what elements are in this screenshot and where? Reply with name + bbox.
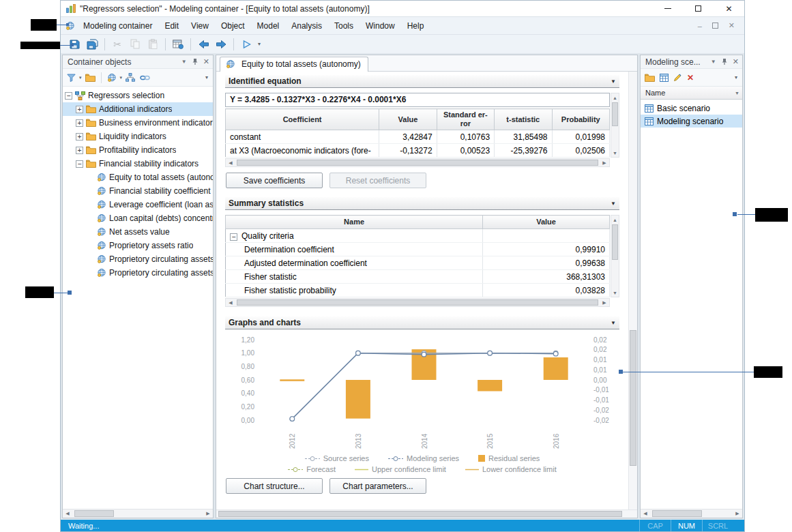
tree-item-financial-stability-indicators[interactable]: −Financial stability indicators [63,157,213,171]
scroll-up-button[interactable]: ▲ [611,216,619,224]
delete-scenario-button[interactable]: ✕ [686,70,695,85]
close-panel-icon[interactable]: ✕ [203,57,209,66]
scrollbar-thumb[interactable] [74,510,114,517]
pin-icon[interactable] [721,58,728,65]
collapse-section-icon[interactable]: ▼ [611,201,616,207]
create-folder-button[interactable] [84,70,97,85]
equation-vertical-scrollbar[interactable]: ▲ ▼ [611,93,619,158]
save-button[interactable] [66,36,83,53]
create-model-button[interactable] [106,70,118,85]
scroll-down-button[interactable]: ▼ [611,149,619,157]
filter-button[interactable] [65,70,77,85]
mdi-restore-button[interactable] [712,23,718,29]
column-header-standard-er-ror[interactable]: Standard er- ror [437,109,494,130]
menu-window[interactable]: Window [360,18,401,33]
tree-item-profitability-indicators[interactable]: +Profitability indicators [63,143,213,157]
tree-item-liquidity-indicators[interactable]: +Liquidity indicators [63,130,213,143]
scroll-left-button[interactable]: ◀ [226,299,235,306]
equation-display[interactable]: Y = 3.4285 - 0.1327*X3 - 0.2276*X4 - 0.0… [225,93,610,107]
coefficient-row[interactable]: constant3,428470,1076331,854980,01998 [226,130,610,144]
column-header-probability[interactable]: Probability [552,109,609,130]
scrollbar-thumb[interactable] [612,102,618,126]
scroll-left-button[interactable]: ◀ [63,509,72,518]
menu-model[interactable]: Model [251,18,286,33]
menu-tools[interactable]: Tools [328,18,360,33]
chart-structure-button[interactable]: Chart structure... [226,478,323,494]
tab-equity-to-total-assets[interactable]: Equity to total assets (autonomy) [220,57,368,72]
summary-vertical-scrollbar[interactable]: ▲ ▼ [611,215,619,297]
scroll-left-button[interactable]: ◀ [641,509,650,518]
graphs-and-charts-header[interactable]: Graphs and charts ▼ [225,316,619,329]
scroll-left-button[interactable]: ◀ [226,159,235,166]
back-button[interactable] [195,36,211,53]
scrollbar-thumb[interactable] [630,330,636,466]
scroll-right-button[interactable]: ▶ [600,159,609,166]
menu-modeling-container[interactable]: Modeling container [77,18,158,33]
column-dropdown-icon[interactable]: ▼ [735,91,739,95]
reset-coefficients-button[interactable]: Reset coefficients [329,173,426,188]
scroll-down-button[interactable]: ▼ [611,289,619,297]
tree-item-equity-to-total-assets-autono[interactable]: Equity to total assets (autono [63,171,213,184]
tree-item-proprietory-circulating-assets[interactable]: Proprietory circulating assets [63,266,213,280]
collapse-section-icon[interactable]: ▼ [611,320,616,326]
edit-scenario-button[interactable] [672,70,684,85]
toolbar-overflow-icon[interactable]: ▾ [205,74,210,80]
menu-object[interactable]: Object [215,18,251,33]
collapse-icon[interactable]: − [76,160,83,168]
create-model-dropdown-icon[interactable]: ▾ [120,75,123,80]
forward-button[interactable] [213,36,229,53]
scroll-right-button[interactable]: ▶ [733,509,742,518]
column-header-value[interactable]: Value [379,109,437,130]
mdi-minimize-button[interactable]: – [698,22,702,30]
scenario-item-basic-scenario[interactable]: Basic scenario [641,102,742,115]
scrollbar-thumb[interactable] [612,224,618,260]
expand-icon[interactable]: + [76,106,83,113]
summary-row[interactable]: Determination coefficient0,99910 [226,243,610,256]
scrollbar-thumb[interactable] [652,510,702,517]
tree-item-leverage-coefficient-loan-ass[interactable]: Leverage coefficient (loan ass [63,198,213,211]
run-dropdown[interactable]: ▾ [256,41,263,47]
scroll-right-button[interactable]: ▶ [600,299,609,306]
expand-icon[interactable]: + [76,133,83,141]
tree-item-proprietory-assets-ratio[interactable]: Proprietory assets ratio [63,239,213,252]
summary-row[interactable]: Fisher statistic368,31303 [226,270,610,284]
run-button[interactable] [238,36,254,53]
summary-group-row[interactable]: −Quality criteria [226,229,610,243]
main-horizontal-scrollbar[interactable] [216,509,637,518]
panel-menu-icon[interactable]: ▼ [711,59,716,65]
summary-column-value[interactable]: Value [483,216,610,229]
collapse-icon[interactable]: − [230,233,237,241]
left-panel-scrollbar[interactable]: ◀ ▶ [63,509,213,518]
menu-help[interactable]: Help [401,18,430,33]
cut-button[interactable]: ✂ [109,36,126,53]
expand-icon[interactable]: + [76,147,83,154]
scrollbar-thumb[interactable] [218,511,622,517]
main-vertical-scrollbar[interactable] [628,72,637,509]
toolbar-overflow-icon[interactable]: ▾ [735,74,739,80]
scenario-folder-button[interactable] [643,70,656,85]
save-all-button[interactable] [84,36,100,53]
collapse-icon[interactable]: − [65,92,72,100]
filter-dropdown-icon[interactable]: ▾ [79,75,82,80]
summary-horizontal-scrollbar[interactable]: ◀ ▶ [225,298,610,307]
summary-statistics-header[interactable]: Summary statistics ▼ [225,197,619,210]
scrollbar-thumb[interactable] [237,160,598,166]
link-button[interactable] [138,70,151,85]
tree-item-loan-capital-debts-concentr[interactable]: Loan capital (debts) concentr [63,211,213,225]
close-panel-icon[interactable]: ✕ [733,57,739,66]
paste-button[interactable] [145,36,161,53]
tree-item-financial-stability-coefficient[interactable]: Financial stability coefficient [63,184,213,198]
tree-item-net-assets-value[interactable]: Net assets value [63,225,213,239]
chart-parameters-button[interactable]: Chart parameters... [329,478,426,494]
save-coefficients-button[interactable]: Save coefficients [226,173,323,188]
menu-edit[interactable]: Edit [158,18,185,33]
metamodel-button[interactable] [124,70,136,85]
column-header-t-statistic[interactable]: t-statistic [495,109,552,130]
tree-item-business-environment-indicators[interactable]: +Business environment indicators [63,116,213,130]
equation-horizontal-scrollbar[interactable]: ◀ ▶ [225,158,610,167]
mdi-close-button[interactable]: ✕ [729,21,735,30]
scroll-up-button[interactable]: ▲ [611,93,619,102]
menu-view[interactable]: View [185,18,215,33]
identified-equation-header[interactable]: Identified equation ▼ [225,75,619,88]
scenario-name-column-header[interactable]: Name ▼ [641,87,742,100]
